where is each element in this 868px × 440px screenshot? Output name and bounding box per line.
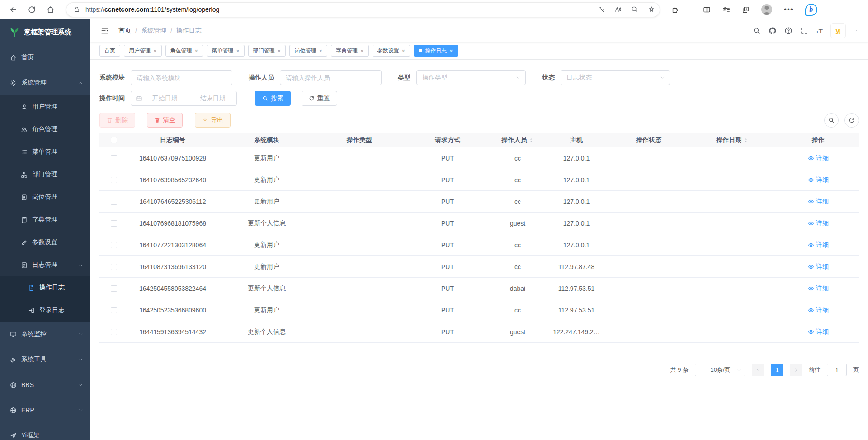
tab-用户管理[interactable]: 用户管理× [124,45,162,57]
sidebar-item-菜单管理[interactable]: 菜单管理 [0,141,90,163]
tab-菜单管理[interactable]: 菜单管理× [207,45,245,57]
reset-button[interactable]: 重置 [302,91,337,106]
favorites-bar-icon[interactable] [722,6,730,14]
sidebar-item-登录日志[interactable]: 登录日志 [0,299,90,322]
sidebar-item-字典管理[interactable]: 字典管理 [0,208,90,231]
clear-button[interactable]: 清空 [147,113,183,128]
breadcrumb-home[interactable]: 首页 [118,27,131,35]
page-size-select[interactable]: 10条/页 [695,364,745,376]
tab-close-icon[interactable]: × [278,48,281,54]
next-page-button[interactable] [790,364,802,376]
tab-close-icon[interactable]: × [236,48,240,54]
breadcrumb-system[interactable]: 系统管理 [141,27,166,35]
split-screen-icon[interactable] [703,6,711,14]
tab-close-icon[interactable]: × [195,48,198,54]
reload-icon[interactable] [28,5,36,14]
sidebar-item-BBS[interactable]: BBS [0,372,90,397]
read-aloud-icon[interactable] [614,6,622,13]
row-checkbox[interactable] [111,177,117,183]
tab-字典管理[interactable]: 字典管理× [331,45,369,57]
row-checkbox[interactable] [111,329,117,335]
sidebar-item-操作日志[interactable]: 操作日志 [0,276,90,299]
sidebar-item-日志管理[interactable]: 日志管理 [0,254,90,276]
table-row: 1641076370975100928更新用户PUTcc127.0.0.1详细 [99,147,859,169]
row-checkbox[interactable] [111,220,117,227]
tab-close-icon[interactable]: × [360,48,364,54]
sidebar-item-首页[interactable]: 首页 [0,45,90,70]
detail-link[interactable]: 详细 [808,154,829,162]
sidebar-item-系统管理[interactable]: 系统管理 [0,70,90,95]
sidebar-item-岗位管理[interactable]: 岗位管理 [0,186,90,208]
sidebar-item-部门管理[interactable]: 部门管理 [0,163,90,186]
home-icon[interactable] [46,5,55,14]
table-refresh-button[interactable] [844,113,859,128]
detail-link[interactable]: 详细 [808,176,829,184]
extensions-icon[interactable] [671,6,679,14]
tab-操作日志[interactable]: 操作日志× [414,45,458,57]
sidebar-item-角色管理[interactable]: 角色管理 [0,118,90,141]
sidebar-item-用户管理[interactable]: 用户管理 [0,95,90,118]
detail-link[interactable]: 详细 [808,198,829,206]
help-icon[interactable] [784,27,793,35]
tab-close-icon[interactable]: × [319,48,322,54]
back-icon[interactable] [9,5,18,14]
row-checkbox[interactable] [111,285,117,292]
user-avatar[interactable]: yj [830,23,846,38]
password-key-icon[interactable] [598,6,605,13]
browser-profile-avatar[interactable] [761,4,772,15]
row-checkbox[interactable] [111,155,117,161]
tab-岗位管理[interactable]: 岗位管理× [289,45,327,57]
detail-link[interactable]: 详细 [808,241,829,249]
tab-close-icon[interactable]: × [449,48,453,54]
address-bar[interactable]: https://ccnetcore.com:1101/system/log/op… [66,3,660,17]
tab-close-icon[interactable]: × [153,48,157,54]
sidebar-item-Yi框架[interactable]: Yi框架 [0,423,90,440]
fold-menu-icon[interactable] [100,26,109,35]
table-search-button[interactable] [824,113,839,128]
row-checkbox[interactable] [111,264,117,270]
export-button[interactable]: 导出 [195,113,231,128]
caret-down-icon[interactable] [854,28,858,33]
row-checkbox[interactable] [111,242,117,248]
goto-page-input[interactable] [827,364,847,376]
column-header-操作人员[interactable]: 操作人员 [493,136,542,144]
tab-参数设置[interactable]: 参数设置× [373,45,410,57]
search-button[interactable]: 搜索 [255,91,291,106]
add-favorite-icon[interactable] [648,6,655,13]
url-text[interactable]: https://ccnetcore.com:1101/system/log/op… [85,6,219,13]
tab-角色管理[interactable]: 角色管理× [165,45,203,57]
fullscreen-icon[interactable] [800,27,808,35]
detail-link[interactable]: 详细 [808,284,829,293]
date-range-picker[interactable]: 开始日期 - 结束日期 [131,91,237,106]
zoom-out-icon[interactable] [631,6,638,13]
detail-link[interactable]: 详细 [808,306,829,314]
detail-link-label: 详细 [816,263,829,271]
select-all-checkbox[interactable] [111,137,117,143]
sidebar-item-系统工具[interactable]: 系统工具 [0,347,90,372]
tab-close-icon[interactable]: × [402,48,406,54]
copilot-icon[interactable]: b [805,4,817,16]
detail-link[interactable]: 详细 [808,263,829,271]
font-size-icon[interactable]: TT [816,28,823,34]
github-icon[interactable] [769,27,777,35]
column-header-操作日期[interactable]: 操作日期 [687,136,778,144]
operator-input[interactable] [280,70,382,85]
prev-page-button[interactable] [752,364,764,376]
page-number-1[interactable]: 1 [771,364,783,376]
type-select[interactable]: 操作类型 [416,70,526,85]
detail-link[interactable]: 详细 [808,328,829,336]
tab-部门管理[interactable]: 部门管理× [248,45,286,57]
browser-more-icon[interactable]: ••• [784,5,793,14]
collections-icon[interactable] [742,6,750,14]
tab-首页[interactable]: 首页 [99,45,120,57]
row-checkbox[interactable] [111,199,117,205]
row-checkbox[interactable] [111,307,117,313]
detail-link[interactable]: 详细 [808,219,829,227]
status-select[interactable]: 日志状态 [561,70,670,85]
sidebar-item-系统监控[interactable]: 系统监控 [0,322,90,347]
delete-button[interactable]: 删除 [99,113,135,128]
sidebar-item-ERP[interactable]: ERP [0,397,90,423]
module-input[interactable] [131,70,232,85]
search-icon[interactable] [753,27,761,35]
sidebar-item-参数设置[interactable]: 参数设置 [0,231,90,254]
